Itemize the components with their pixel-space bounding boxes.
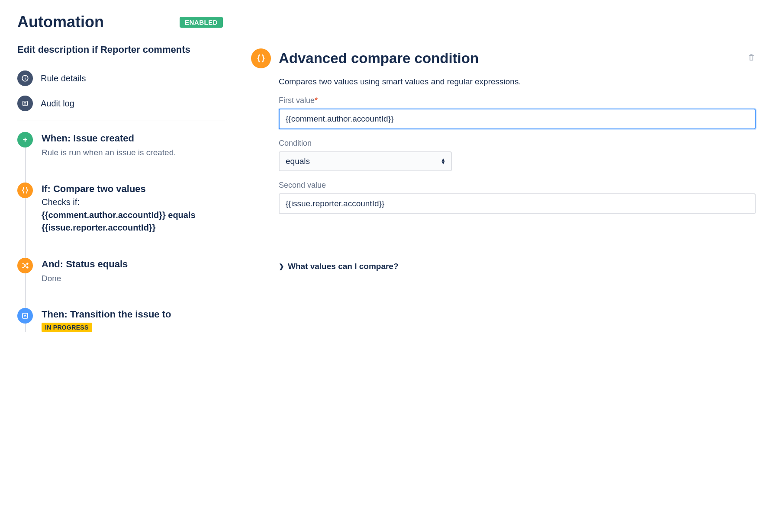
info-icon [17, 71, 33, 86]
step-connector [25, 147, 26, 332]
divider [17, 121, 225, 121]
nav-rule-details[interactable]: Rule details [17, 71, 225, 86]
condition-select[interactable]: equals ▲▼ [279, 151, 452, 171]
step-checks: Checks if: [42, 197, 225, 207]
rule-name[interactable]: Edit description if Reporter comments [17, 44, 225, 55]
panel-title: Advanced compare condition [279, 50, 739, 67]
plus-icon [17, 132, 33, 147]
step-desc: Done [42, 272, 128, 285]
svg-rect-8 [23, 313, 28, 318]
nav-audit-log[interactable]: Audit log [17, 96, 225, 111]
braces-icon [251, 48, 271, 68]
step-title: Then: Transition the issue to [42, 309, 171, 320]
help-link[interactable]: ❯ What values can I compare? [279, 262, 756, 271]
status-lozenge: IN PROGRESS [42, 323, 92, 332]
nav-label: Audit log [41, 99, 74, 109]
step-and[interactable]: And: Status equals Done [17, 258, 225, 285]
help-link-label: What values can I compare? [288, 262, 399, 271]
page-title: Automation [17, 13, 104, 31]
condition-value: equals [279, 151, 452, 171]
transition-icon [17, 308, 33, 324]
step-desc: Rule is run when an issue is created. [42, 147, 176, 159]
status-badge: ENABLED [180, 17, 223, 28]
second-value-label: Second value [279, 181, 756, 190]
trash-icon[interactable] [747, 53, 756, 64]
step-title: And: Status equals [42, 259, 128, 270]
braces-icon [17, 183, 33, 198]
first-value-input[interactable] [279, 109, 756, 129]
first-value-label: First value* [279, 96, 756, 105]
list-icon [17, 96, 33, 111]
chevron-updown-icon: ▲▼ [441, 158, 446, 164]
shuffle-icon [17, 258, 33, 273]
step-expression: {{comment.author.accountId}} equals {{is… [42, 209, 225, 234]
step-title: When: Issue created [42, 133, 176, 144]
step-then[interactable]: Then: Transition the issue to IN PROGRES… [17, 308, 225, 332]
step-when[interactable]: When: Issue created Rule is run when an … [17, 132, 225, 159]
panel-description: Compares two values using smart values a… [279, 77, 756, 87]
svg-point-2 [25, 77, 26, 77]
second-value-input[interactable] [279, 193, 756, 214]
chevron-right-icon: ❯ [279, 263, 284, 270]
nav-label: Rule details [41, 74, 86, 83]
condition-label: Condition [279, 139, 756, 148]
svg-rect-3 [23, 101, 28, 106]
step-if[interactable]: If: Compare two values Checks if: {{comm… [17, 183, 225, 234]
step-title: If: Compare two values [42, 183, 225, 195]
